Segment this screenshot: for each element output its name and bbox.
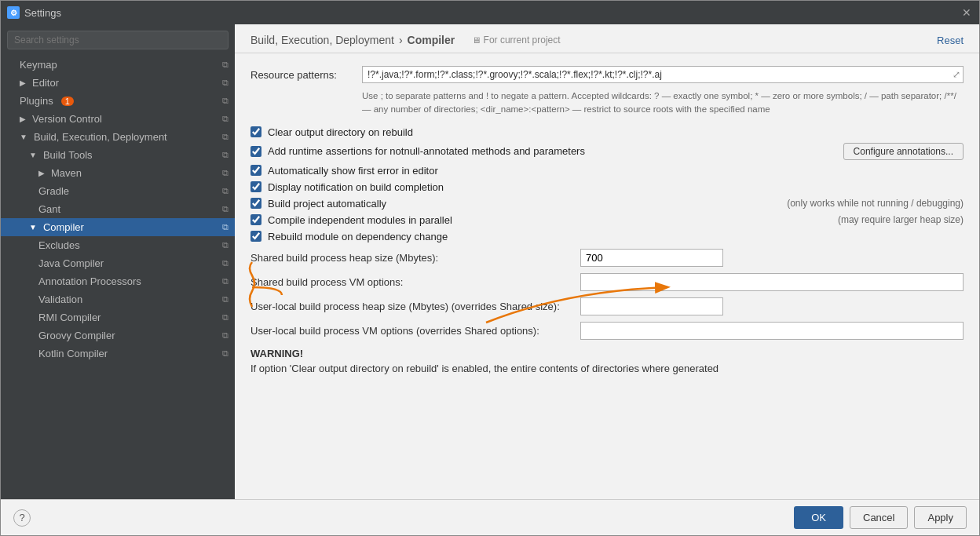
main-header: Build, Execution, Deployment › Compiler … <box>235 24 979 53</box>
sidebar-item-groovy-compiler[interactable]: Groovy Compiler ⧉ <box>1 326 235 345</box>
sidebar-item-compiler[interactable]: ▼ Compiler ⧉ <box>1 218 235 236</box>
checkbox-compile-parallel[interactable] <box>250 214 261 225</box>
field-input-vm-options[interactable] <box>580 273 964 291</box>
copy-icon-excludes: ⧉ <box>222 240 229 250</box>
resource-patterns-label: Resource patterns: <box>250 66 353 81</box>
checkbox-label-build-automatically: Build project automatically <box>268 198 771 210</box>
checkbox-row-4: Display notification on build completion <box>250 181 964 193</box>
breadcrumb: Build, Execution, Deployment › Compiler … <box>250 34 561 46</box>
field-label-heap-size: Shared build process heap size (Mbytes): <box>250 252 580 264</box>
title-bar: ⚙ Settings ✕ <box>1 1 979 24</box>
sidebar-label-java-compiler: Java Compiler <box>38 257 104 269</box>
checkbox-build-automatically[interactable] <box>250 198 261 209</box>
sidebar-item-version-control[interactable]: ▶ Version Control ⧉ <box>1 110 235 128</box>
sidebar-item-build-tools[interactable]: ▼ Build Tools ⧉ <box>1 146 235 164</box>
copy-icon-annotation-processors: ⧉ <box>222 276 229 286</box>
copy-icon-build-execution: ⧉ <box>222 132 229 142</box>
copy-icon-maven: ⧉ <box>222 168 229 178</box>
arrow-build-tools: ▼ <box>29 151 37 159</box>
sidebar-label-groovy-compiler: Groovy Compiler <box>38 330 115 341</box>
arrow-maven: ▶ <box>38 169 45 177</box>
checkbox-display-notification[interactable] <box>250 181 261 192</box>
checkbox-row-5: Build project automatically (only works … <box>250 198 964 210</box>
checkbox-row-7: Rebuild module on dependency change <box>250 231 964 242</box>
resource-patterns-input[interactable] <box>362 66 964 83</box>
field-input-userlocal-vm[interactable] <box>580 322 964 340</box>
checkbox-row-3: Automatically show first error in editor <box>250 165 964 177</box>
sidebar-label-excludes: Excludes <box>38 239 80 251</box>
copy-icon-version-control: ⧉ <box>222 114 229 124</box>
search-box <box>1 24 235 56</box>
arrow-compiler: ▼ <box>29 223 37 232</box>
window-title: Settings <box>24 7 61 19</box>
sidebar-item-java-compiler[interactable]: Java Compiler ⧉ <box>1 254 235 272</box>
sidebar-label-build-execution: Build, Execution, Deployment <box>34 131 167 143</box>
sidebar-label-keymap: Keymap <box>20 59 57 71</box>
plugins-badge: 1 <box>61 97 74 106</box>
resource-patterns-row: Resource patterns: ⤢ <box>250 66 964 83</box>
sidebar-label-annotation-processors: Annotation Processors <box>38 275 141 287</box>
copy-icon-java-compiler: ⧉ <box>222 258 229 268</box>
sidebar-label-editor: Editor <box>32 77 59 89</box>
settings-window: ⚙ Settings ✕ Keymap ⧉ ▶ Editor <box>0 0 980 536</box>
copy-icon-rmi-compiler: ⧉ <box>222 312 229 323</box>
checkbox-rebuild-module[interactable] <box>250 231 261 242</box>
copy-icon-gradle: ⧉ <box>222 186 229 196</box>
sidebar-label-gradle: Gradle <box>38 185 69 197</box>
reset-button[interactable]: Reset <box>937 35 964 46</box>
breadcrumb-parent: Build, Execution, Deployment <box>250 34 394 46</box>
sidebar-item-build-execution[interactable]: ▼ Build, Execution, Deployment ⧉ <box>1 128 235 146</box>
sidebar-label-version-control: Version Control <box>32 113 102 125</box>
sidebar-item-excludes[interactable]: Excludes ⧉ <box>1 236 235 254</box>
sidebar-item-validation[interactable]: Validation ⧉ <box>1 290 235 308</box>
sidebar-item-keymap[interactable]: Keymap ⧉ <box>1 56 235 74</box>
checkbox-label-runtime-assertions: Add runtime assertions for notnull-annot… <box>268 145 834 157</box>
copy-icon-gant: ⧉ <box>222 204 229 214</box>
sidebar-item-plugins[interactable]: Plugins 1 ⧉ <box>1 92 235 110</box>
bottom-bar: ? OK Cancel Apply <box>1 499 979 535</box>
checkbox-show-first-error[interactable] <box>250 165 261 176</box>
checkbox-label-show-first-error: Automatically show first error in editor <box>268 165 964 177</box>
copy-icon-plugins: ⧉ <box>222 96 229 106</box>
bottom-right: OK Cancel Apply <box>794 506 967 529</box>
title-bar-left: ⚙ Settings <box>7 6 61 19</box>
copy-icon-groovy-compiler: ⧉ <box>222 330 229 341</box>
field-input-heap-size[interactable] <box>580 249 723 267</box>
body: Keymap ⧉ ▶ Editor ⧉ Plugins 1 ⧉ <box>1 24 979 499</box>
field-label-userlocal-vm: User-local build process VM options (ove… <box>250 325 580 337</box>
arrow-version-control: ▶ <box>20 115 26 123</box>
field-row-userlocal-heap: User-local build process heap size (Mbyt… <box>250 297 964 315</box>
field-label-vm-options: Shared build process VM options: <box>250 276 580 288</box>
sidebar-item-kotlin-compiler[interactable]: Kotlin Compiler ⧉ <box>1 345 235 363</box>
cancel-button[interactable]: Cancel <box>850 506 908 529</box>
resource-input-wrap: ⤢ <box>362 66 964 83</box>
help-button[interactable]: ? <box>13 509 31 527</box>
checkbox-row-1: Clear output directory on rebuild <box>250 126 964 138</box>
sidebar-item-gant[interactable]: Gant ⧉ <box>1 200 235 218</box>
breadcrumb-current: Compiler <box>408 34 455 46</box>
sidebar-label-build-tools: Build Tools <box>43 149 93 161</box>
sidebar-label-gant: Gant <box>38 203 60 215</box>
sidebar-item-editor[interactable]: ▶ Editor ⧉ <box>1 74 235 92</box>
ok-button[interactable]: OK <box>794 506 843 529</box>
configure-annotations-button[interactable]: Configure annotations... <box>843 143 964 160</box>
field-input-userlocal-heap[interactable] <box>580 297 723 315</box>
sidebar-item-gradle[interactable]: Gradle ⧉ <box>1 182 235 200</box>
sidebar-item-annotation-processors[interactable]: Annotation Processors ⧉ <box>1 272 235 290</box>
checkbox-runtime-assertions[interactable] <box>250 146 261 157</box>
sidebar-item-rmi-compiler[interactable]: RMI Compiler ⧉ <box>1 308 235 326</box>
apply-button[interactable]: Apply <box>914 506 967 529</box>
bottom-left: ? <box>13 509 31 527</box>
field-row-heap-size: Shared build process heap size (Mbytes): <box>250 249 964 267</box>
checkbox-label-clear-output: Clear output directory on rebuild <box>268 126 964 138</box>
arrow-editor: ▶ <box>20 78 26 87</box>
checkbox-clear-output[interactable] <box>250 126 261 137</box>
checkbox-label-display-notification: Display notification on build completion <box>268 181 964 193</box>
breadcrumb-separator: › <box>399 34 403 46</box>
main-panel: Build, Execution, Deployment › Compiler … <box>235 24 979 499</box>
close-button[interactable]: ✕ <box>962 7 973 18</box>
sidebar-item-maven[interactable]: ▶ Maven ⧉ <box>1 164 235 182</box>
search-input[interactable] <box>7 31 229 49</box>
checkbox-note-compile-parallel: (may require larger heap size) <box>838 214 964 225</box>
sidebar-label-maven: Maven <box>51 167 82 179</box>
